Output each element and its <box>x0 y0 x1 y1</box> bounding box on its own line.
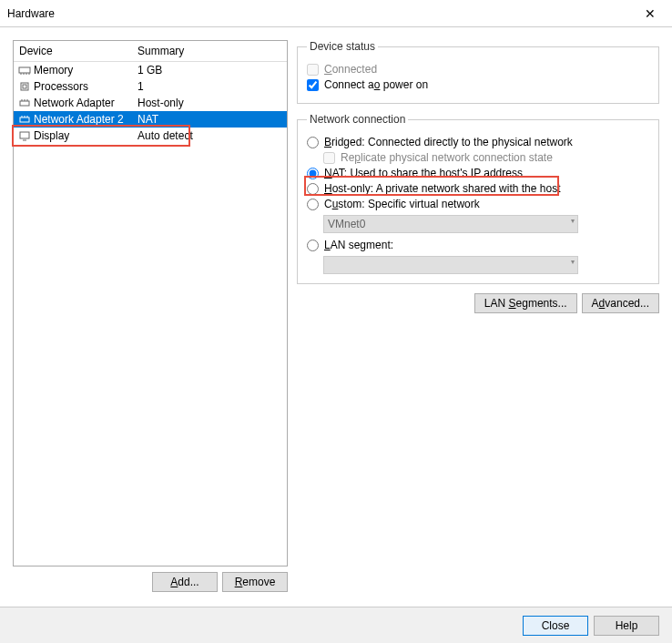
device-name: Display <box>34 129 137 142</box>
lanseg-radio-row[interactable]: LAN segment: <box>307 239 649 251</box>
bridged-radio-row[interactable]: Bridged: Connected directly to the physi… <box>307 136 649 148</box>
device-name: Network Adapter <box>34 97 137 109</box>
device-row-1[interactable]: Processors1 <box>14 78 287 95</box>
device-list: Device Summary Memory1 GBProcessors1Netw… <box>13 40 288 566</box>
device-name: Memory <box>34 64 137 77</box>
device-summary: 1 GB <box>137 64 283 77</box>
svg-rect-6 <box>23 85 26 88</box>
bottom-bar: Close Help <box>0 607 672 643</box>
device-row-0[interactable]: Memory1 GB <box>14 62 287 78</box>
memory-icon <box>17 64 32 77</box>
right-panel: Device status Connected Connect ao power… <box>297 40 659 592</box>
nat-radio[interactable] <box>307 168 319 179</box>
lan-segments-button[interactable]: LAN Segments... <box>474 293 577 313</box>
left-buttons: Add... Remove <box>13 572 288 592</box>
net-icon <box>17 97 32 109</box>
close-icon[interactable]: ✕ <box>636 5 665 23</box>
bridged-radio[interactable] <box>307 137 319 148</box>
cpu-icon <box>17 80 32 93</box>
nat-radio-row[interactable]: NAT: Used to share the host's IP address <box>307 167 649 179</box>
help-button[interactable]: Help <box>594 616 659 636</box>
left-panel: Device Summary Memory1 GBProcessors1Netw… <box>13 40 288 592</box>
content-area: Device Summary Memory1 GBProcessors1Netw… <box>0 27 672 605</box>
svg-rect-7 <box>20 101 29 106</box>
remove-button[interactable]: Remove <box>222 572 288 592</box>
list-rows: Memory1 GBProcessors1Network AdapterHost… <box>14 62 287 144</box>
device-row-4[interactable]: DisplayAuto detect <box>14 128 287 144</box>
device-summary: 1 <box>137 80 283 93</box>
network-connection-group: Network connection Bridged: Connected di… <box>297 113 659 284</box>
add-button[interactable]: Add... <box>152 572 218 592</box>
col-summary-header[interactable]: Summary <box>137 45 281 57</box>
custom-combo <box>323 215 578 233</box>
custom-radio[interactable] <box>307 199 319 210</box>
lanseg-combo <box>323 256 578 274</box>
device-status-group: Device status Connected Connect ao power… <box>297 40 659 104</box>
right-buttons: LAN Segments... Advanced... <box>297 293 659 313</box>
close-button[interactable]: Close <box>523 616 588 636</box>
device-row-2[interactable]: Network AdapterHost-only <box>14 95 287 111</box>
svg-rect-11 <box>20 117 29 122</box>
advanced-button[interactable]: Advanced... <box>582 293 659 313</box>
titlebar: Hardware ✕ <box>0 0 672 27</box>
window-title: Hardware <box>7 7 636 20</box>
network-connection-legend: Network connection <box>307 113 408 126</box>
device-name: Processors <box>34 80 137 93</box>
lanseg-radio[interactable] <box>307 240 319 251</box>
device-name: Network Adapter 2 <box>34 113 137 126</box>
hostonly-radio-row[interactable]: Host-only: A private network shared with… <box>307 182 649 195</box>
net-icon <box>17 113 32 126</box>
device-summary: Auto detect <box>137 129 283 142</box>
svg-rect-15 <box>20 132 29 138</box>
hostonly-radio[interactable] <box>307 183 319 195</box>
replicate-checkbox <box>323 152 335 164</box>
svg-rect-5 <box>21 83 28 90</box>
power-on-checkbox[interactable] <box>307 79 319 91</box>
connected-checkbox-row: Connected <box>307 63 649 76</box>
col-device-header[interactable]: Device <box>19 45 137 57</box>
replicate-checkbox-row: Replicate physical network connection st… <box>323 151 649 164</box>
device-summary: Host-only <box>137 97 283 109</box>
custom-radio-row[interactable]: Custom: Specific virtual network <box>307 198 649 210</box>
power-on-checkbox-row[interactable]: Connect ao power on <box>307 78 649 91</box>
connected-checkbox <box>307 64 319 76</box>
device-summary: NAT <box>137 113 283 126</box>
device-status-legend: Device status <box>307 40 378 53</box>
list-header: Device Summary <box>14 41 287 62</box>
svg-rect-0 <box>19 67 30 73</box>
device-row-3[interactable]: Network Adapter 2NAT <box>14 111 287 128</box>
display-icon <box>17 129 32 142</box>
